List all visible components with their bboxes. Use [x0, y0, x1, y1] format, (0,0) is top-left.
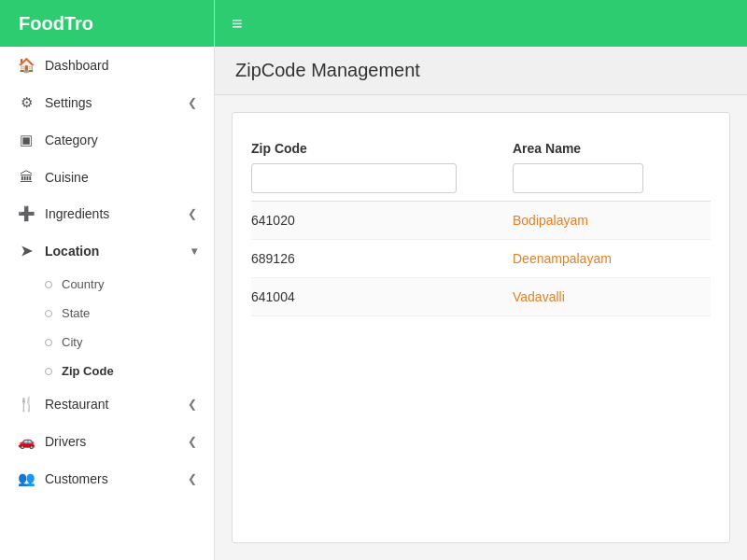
dashboard-icon: 🏠 — [17, 57, 35, 74]
col-areaname-header: Area Name — [513, 141, 711, 193]
table-row: 689126 Deenampalayam — [251, 240, 711, 278]
sub-item-label: State — [62, 306, 90, 320]
sidebar: FoodTro 🏠 Dashboard ⚙ Settings ❮ ▣ Categ… — [0, 0, 215, 560]
content-area: Zip Code Area Name 641020 Bodipalayam 68… — [232, 112, 730, 543]
areaname-column-label: Area Name — [513, 141, 711, 156]
sidebar-item-label: Location — [45, 244, 191, 259]
zipcode-cell: 641020 — [251, 213, 513, 228]
chevron-icon: ❮ — [188, 472, 197, 485]
circle-icon — [45, 310, 52, 317]
table-row: 641004 Vadavalli — [251, 278, 711, 316]
topbar: ≡ — [215, 0, 747, 47]
sub-item-label: City — [62, 335, 82, 349]
chevron-down-icon: ▾ — [191, 245, 197, 258]
cuisine-icon: 🏛 — [17, 169, 35, 185]
sidebar-item-label: Restaurant — [45, 397, 188, 412]
brand-logo: FoodTro — [19, 13, 93, 35]
customers-icon: 👥 — [17, 470, 35, 487]
sidebar-header: FoodTro — [0, 0, 214, 47]
table-row: 641020 Bodipalayam — [251, 202, 711, 240]
zipcode-filter-input[interactable] — [251, 163, 457, 193]
sidebar-item-ingredients[interactable]: ➕ Ingredients ❮ — [0, 195, 214, 232]
table-header-row: Zip Code Area Name — [251, 132, 711, 202]
sidebar-item-dashboard[interactable]: 🏠 Dashboard — [0, 47, 214, 84]
sidebar-item-drivers[interactable]: 🚗 Drivers ❮ — [0, 423, 214, 460]
sidebar-item-category[interactable]: ▣ Category — [0, 121, 214, 159]
areaname-filter-input[interactable] — [513, 163, 643, 193]
areaname-cell: Bodipalayam — [513, 213, 711, 228]
sidebar-item-cuisine[interactable]: 🏛 Cuisine — [0, 159, 214, 195]
sidebar-item-label: Customers — [45, 471, 188, 486]
sub-item-label: Country — [62, 277, 105, 291]
col-zipcode-header: Zip Code — [251, 141, 513, 193]
category-icon: ▣ — [17, 132, 35, 148]
sidebar-subitem-city[interactable]: City — [0, 328, 214, 357]
sub-item-label: Zip Code — [62, 364, 114, 378]
circle-icon — [45, 339, 52, 346]
chevron-icon: ❮ — [188, 207, 197, 220]
restaurant-icon: 🍴 — [17, 396, 35, 413]
sidebar-item-label: Settings — [45, 95, 188, 110]
sidebar-item-settings[interactable]: ⚙ Settings ❮ — [0, 84, 214, 121]
chevron-icon: ❮ — [188, 96, 197, 109]
drivers-icon: 🚗 — [17, 433, 35, 450]
ingredients-icon: ➕ — [17, 205, 35, 222]
settings-icon: ⚙ — [17, 94, 35, 111]
areaname-cell: Deenampalayam — [513, 251, 711, 266]
sidebar-item-label: Drivers — [45, 434, 188, 449]
sidebar-subitem-state[interactable]: State — [0, 299, 214, 328]
page-title-bar: ZipCode Management — [215, 47, 747, 95]
circle-icon — [45, 281, 52, 288]
zipcode-cell: 689126 — [251, 251, 513, 266]
sidebar-item-restaurant[interactable]: 🍴 Restaurant ❮ — [0, 385, 214, 423]
hamburger-icon[interactable]: ≡ — [232, 13, 243, 35]
sidebar-item-label: Cuisine — [45, 170, 197, 185]
sidebar-item-label: Dashboard — [45, 58, 197, 73]
sidebar-item-label: Ingredients — [45, 206, 188, 221]
chevron-icon: ❮ — [188, 435, 197, 448]
circle-icon — [45, 368, 52, 375]
location-icon: ➤ — [17, 243, 35, 259]
sidebar-item-label: Category — [45, 133, 197, 147]
areaname-cell: Vadavalli — [513, 289, 711, 304]
page-title: ZipCode Management — [235, 60, 420, 80]
sidebar-subitem-zipcode[interactable]: Zip Code — [0, 357, 214, 385]
zipcode-cell: 641004 — [251, 289, 513, 304]
sidebar-subitem-country[interactable]: Country — [0, 270, 214, 299]
sidebar-item-customers[interactable]: 👥 Customers ❮ — [0, 460, 214, 497]
main-content: ≡ ZipCode Management Zip Code Area Name … — [215, 0, 747, 560]
zipcode-column-label: Zip Code — [251, 141, 513, 156]
sidebar-item-location[interactable]: ➤ Location ▾ — [0, 232, 214, 270]
chevron-icon: ❮ — [188, 398, 197, 411]
